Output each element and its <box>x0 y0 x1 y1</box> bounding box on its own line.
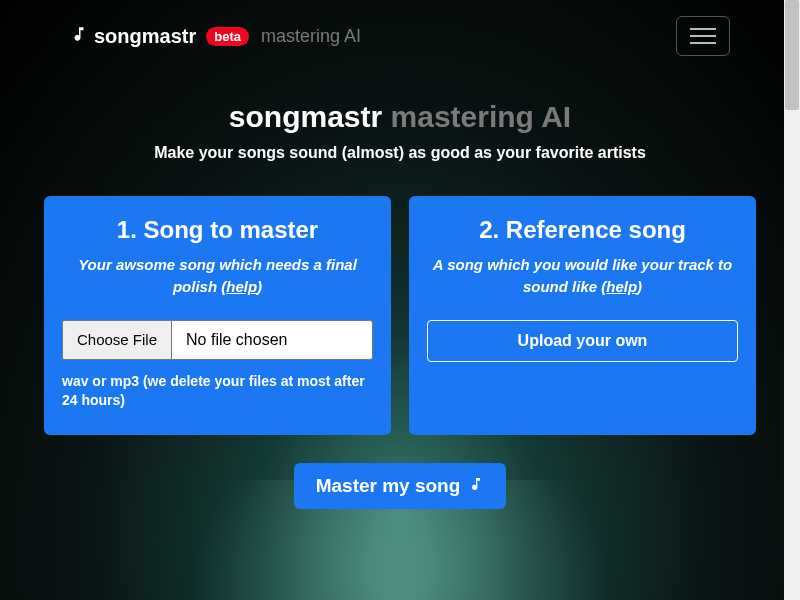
brand[interactable]: songmastr beta mastering AI <box>70 25 361 48</box>
music-note-icon <box>468 475 484 497</box>
upload-cards: 1. Song to master Your awsome song which… <box>0 196 800 435</box>
cta-container: Master my song <box>0 463 800 509</box>
card1-title: 1. Song to master <box>62 216 373 244</box>
card-song-to-master: 1. Song to master Your awsome song which… <box>44 196 391 435</box>
card2-help-link[interactable]: help <box>606 278 637 295</box>
cta-label: Master my song <box>316 475 461 497</box>
menu-toggle-button[interactable] <box>676 16 730 56</box>
file-note: wav or mp3 (we delete your files at most… <box>62 372 373 411</box>
card-reference-song: 2. Reference song A song which you would… <box>409 196 756 435</box>
beta-badge: beta <box>206 27 249 46</box>
hero: songmastr mastering AI Make your songs s… <box>0 100 800 162</box>
card2-title: 2. Reference song <box>427 216 738 244</box>
hero-subtitle: Make your songs sound (almost) as good a… <box>40 144 760 162</box>
master-my-song-button[interactable]: Master my song <box>294 463 507 509</box>
upload-your-own-button[interactable]: Upload your own <box>427 320 738 362</box>
navbar: songmastr beta mastering AI <box>0 0 800 72</box>
music-note-icon <box>70 25 88 47</box>
hamburger-icon <box>690 28 716 30</box>
card2-description: A song which you would like your track t… <box>427 254 738 298</box>
scrollbar[interactable] <box>784 0 800 600</box>
hero-title: songmastr mastering AI <box>40 100 760 134</box>
file-status-text: No file chosen <box>172 321 372 359</box>
card1-description: Your awsome song which needs a final pol… <box>62 254 373 298</box>
hero-title-muted: mastering AI <box>391 100 572 133</box>
scrollbar-thumb[interactable] <box>785 0 799 110</box>
hero-title-main: songmastr <box>229 100 382 133</box>
file-input-song[interactable]: Choose File No file chosen <box>62 320 373 360</box>
brand-name: songmastr <box>94 25 196 48</box>
brand-tagline: mastering AI <box>261 26 361 47</box>
card1-help-link[interactable]: help <box>226 278 257 295</box>
choose-file-button[interactable]: Choose File <box>63 321 172 359</box>
